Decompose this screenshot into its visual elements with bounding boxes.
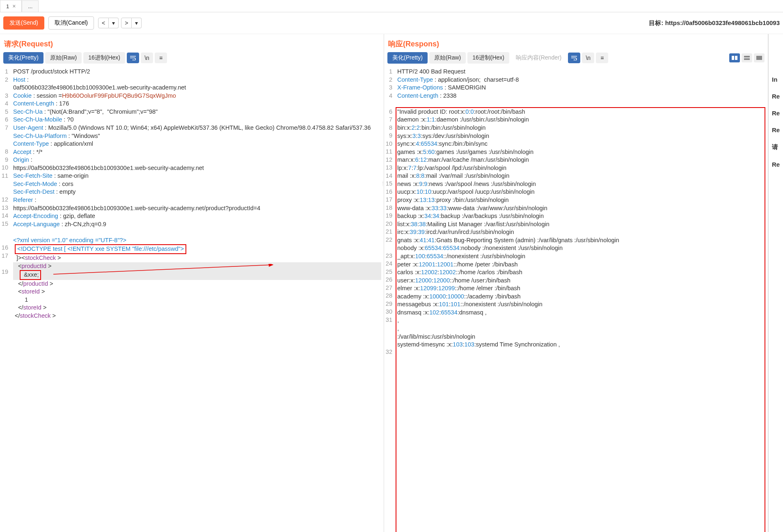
- svg-rect-5: [756, 56, 762, 60]
- sidebar-item[interactable]: Re: [769, 105, 783, 122]
- request-title: 请求(Request): [4, 39, 380, 49]
- main-area: 请求(Request) 美化(Pretty) 原始(Raw) 16进制(Hex)…: [0, 34, 783, 532]
- request-code[interactable]: POST /product/stock HTTP/2Host :0af5006b…: [11, 66, 384, 532]
- tab-add[interactable]: ...: [22, 0, 39, 12]
- tab-label: 1: [6, 3, 9, 9]
- newline-icon-resp[interactable]: \n: [582, 53, 594, 63]
- sidebar-item[interactable]: 请: [769, 138, 783, 156]
- tab-1[interactable]: 1 ×: [0, 0, 22, 12]
- layout-buttons: [729, 53, 765, 62]
- nav-buttons: < ▾ > ▾: [98, 18, 142, 28]
- close-icon[interactable]: ×: [12, 3, 16, 9]
- tab-hex-resp[interactable]: 16进制(Hex): [467, 52, 509, 64]
- tab-raw-resp[interactable]: 原始(Raw): [429, 52, 466, 64]
- tab-bar: 1 × ...: [0, 0, 783, 12]
- layout-single-icon[interactable]: [754, 53, 765, 62]
- svg-rect-2: [735, 56, 737, 60]
- next-button[interactable]: >: [121, 18, 132, 28]
- response-code[interactable]: HTTP/2 400 Bad RequestContent-Type : app…: [395, 66, 768, 532]
- nav-next-group: > ▾: [121, 18, 142, 28]
- toolbar: 发送(Send) 取消(Cancel) < ▾ > ▾ 目标: https://…: [0, 12, 783, 34]
- svg-rect-3: [744, 56, 750, 57]
- tab-add-label: ...: [28, 3, 32, 9]
- target-url: https://0af5006b0323fe498061bcb10093: [665, 19, 780, 26]
- request-gutter: 123456789101112131415161719: [0, 66, 11, 532]
- wrap-toggle-icon[interactable]: [127, 53, 139, 63]
- sidebar-item[interactable]: In: [769, 71, 783, 88]
- send-button[interactable]: 发送(Send): [3, 16, 44, 30]
- menu-icon[interactable]: ≡: [155, 53, 167, 63]
- target-display: 目标: https://0af5006b0323fe498061bcb10093: [649, 19, 780, 27]
- request-editor[interactable]: 123456789101112131415161719 POST /produc…: [0, 66, 384, 532]
- panes: 请求(Request) 美化(Pretty) 原始(Raw) 16进制(Hex)…: [0, 34, 768, 532]
- sidebar-item[interactable]: Re: [769, 88, 783, 105]
- response-gutter: 1234678910111213141516171819202122232425…: [384, 66, 395, 532]
- tab-render-resp[interactable]: 响应内容(Render): [511, 52, 566, 64]
- sidebar-item[interactable]: Re: [769, 156, 783, 173]
- prev-dropdown[interactable]: ▾: [109, 18, 119, 28]
- response-header: 响应(Respons): [384, 34, 768, 52]
- prev-button[interactable]: <: [98, 18, 109, 28]
- svg-rect-1: [732, 56, 734, 60]
- target-label: 目标:: [649, 19, 665, 26]
- next-dropdown[interactable]: ▾: [132, 18, 142, 28]
- tab-raw[interactable]: 原始(Raw): [45, 52, 82, 64]
- layout-columns-icon[interactable]: [729, 53, 740, 62]
- response-format-tabs: 美化(Pretty) 原始(Raw) 16进制(Hex) 响应内容(Render…: [384, 52, 768, 66]
- wrap-toggle-icon-resp[interactable]: [568, 53, 580, 63]
- sidebar-item[interactable]: Re: [769, 122, 783, 138]
- cancel-button[interactable]: 取消(Cancel): [48, 16, 94, 30]
- nav-prev-group: < ▾: [98, 18, 119, 28]
- response-editor[interactable]: 1234678910111213141516171819202122232425…: [384, 66, 768, 532]
- tab-hex[interactable]: 16进制(Hex): [83, 52, 125, 64]
- tab-pretty[interactable]: 美化(Pretty): [3, 52, 44, 64]
- layout-rows-icon[interactable]: [742, 53, 752, 62]
- tab-pretty-resp[interactable]: 美化(Pretty): [387, 52, 428, 64]
- svg-rect-4: [744, 58, 750, 60]
- request-header: 请求(Request): [0, 34, 384, 52]
- request-pane: 请求(Request) 美化(Pretty) 原始(Raw) 16进制(Hex)…: [0, 34, 384, 532]
- response-title: 响应(Respons): [388, 39, 764, 49]
- response-pane: 响应(Respons) 美化(Pretty) 原始(Raw) 16进制(Hex)…: [384, 34, 768, 532]
- newline-icon[interactable]: \n: [141, 53, 153, 63]
- menu-icon-resp[interactable]: ≡: [596, 53, 608, 63]
- request-format-tabs: 美化(Pretty) 原始(Raw) 16进制(Hex) \n ≡: [0, 52, 384, 66]
- inspector-sidebar: InReReRe请Re: [768, 34, 783, 532]
